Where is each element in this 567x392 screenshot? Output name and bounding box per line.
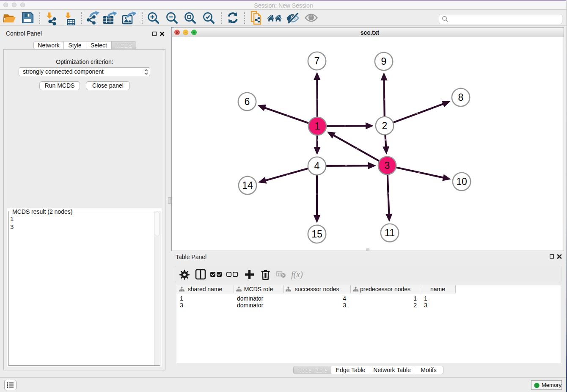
svg-text:15: 15 <box>311 229 322 240</box>
svg-text:1: 1 <box>315 121 320 132</box>
svg-text:10: 10 <box>456 176 467 187</box>
svg-text:14: 14 <box>242 180 253 191</box>
svg-text:8: 8 <box>458 92 464 103</box>
svg-text:11: 11 <box>385 227 395 238</box>
svg-text:3: 3 <box>385 160 390 171</box>
svg-text:9: 9 <box>381 56 387 67</box>
svg-text:2: 2 <box>382 120 388 131</box>
svg-text:4: 4 <box>314 160 320 171</box>
svg-text:7: 7 <box>314 55 320 66</box>
svg-text:6: 6 <box>245 96 250 107</box>
